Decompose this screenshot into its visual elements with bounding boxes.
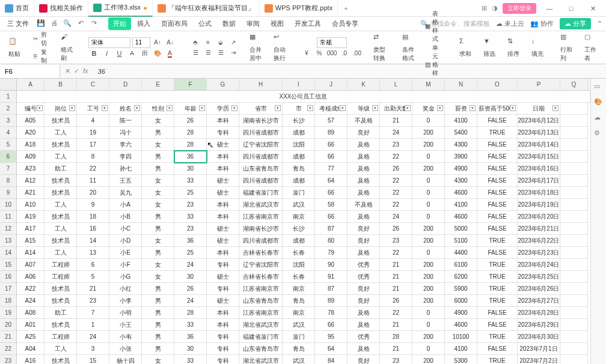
data-cell[interactable]: 女 — [142, 187, 174, 199]
filter-dropdown-icon[interactable]: ▾ — [167, 105, 173, 111]
data-cell[interactable]: 武汉 — [283, 319, 315, 331]
data-cell[interactable]: A23 — [17, 163, 44, 175]
title-cell[interactable]: XXX公司员工信息 — [17, 91, 590, 103]
data-cell[interactable]: 小B — [109, 211, 142, 223]
data-cell[interactable]: 南京 — [283, 211, 315, 223]
data-cell[interactable]: 长沙 — [283, 115, 315, 127]
data-cell[interactable]: 0 — [412, 175, 445, 187]
data-cell[interactable]: 200 — [412, 295, 445, 307]
data-cell[interactable]: A21 — [17, 187, 44, 199]
data-cell[interactable]: 男 — [142, 295, 174, 307]
data-cell[interactable]: 2023年6月25日 — [518, 271, 560, 283]
row-header[interactable]: 6 — [0, 151, 16, 163]
data-cell[interactable]: 30 — [174, 163, 207, 175]
data-cell[interactable]: 80 — [315, 235, 347, 247]
data-cell[interactable]: 成都 — [283, 127, 315, 139]
data-cell[interactable]: 男 — [142, 127, 174, 139]
fill-button[interactable]: ↓填充 — [528, 36, 547, 59]
data-cell[interactable]: 21 — [380, 319, 412, 331]
formula-input[interactable]: 36 — [93, 68, 606, 75]
data-cell[interactable]: 0 — [412, 211, 445, 223]
header-cell[interactable]: 薪资▾ — [445, 103, 477, 115]
data-cell[interactable]: 26 — [174, 283, 207, 295]
file-menu[interactable]: 三 文件 — [4, 19, 32, 28]
data-cell[interactable]: 不及格 — [347, 199, 380, 211]
data-cell[interactable]: 5 — [77, 271, 109, 283]
data-cell[interactable]: 20 — [77, 187, 109, 199]
data-cell[interactable]: 28 — [174, 127, 207, 139]
data-cell[interactable]: 山东省青岛市 — [239, 163, 283, 175]
row-header[interactable]: 7 — [0, 163, 16, 175]
data-cell[interactable]: 2023年6月20日 — [518, 211, 560, 223]
data-cell[interactable]: 工程师 — [44, 271, 77, 283]
data-cell[interactable]: 2023年6月21日 — [518, 223, 560, 235]
size-select[interactable] — [132, 37, 150, 48]
data-cell[interactable]: 李四 — [109, 151, 142, 163]
data-cell[interactable]: 6200 — [445, 271, 477, 283]
data-cell[interactable]: 2023年6月26日 — [518, 283, 560, 295]
data-cell[interactable]: 66 — [315, 187, 347, 199]
data-cell[interactable]: A07 — [17, 259, 44, 271]
decrease-font-icon[interactable]: A↓ — [165, 38, 176, 47]
collapse-ribbon-icon[interactable]: ⌃ — [597, 20, 602, 28]
paste-button[interactable]: 📋 粘贴 — [5, 36, 24, 59]
data-cell[interactable]: 23 — [77, 295, 109, 307]
data-cell[interactable]: FALSE — [477, 211, 518, 223]
data-cell[interactable]: 30 — [174, 271, 207, 283]
data-cell[interactable]: 33 — [174, 355, 207, 364]
data-cell[interactable]: 及格 — [347, 211, 380, 223]
row-header[interactable]: 15 — [0, 259, 16, 271]
column-header[interactable]: B — [44, 79, 77, 90]
filter-dropdown-icon[interactable]: ▾ — [199, 105, 205, 111]
data-cell[interactable]: 小明 — [109, 307, 142, 319]
filter-dropdown-icon[interactable]: ▾ — [510, 105, 516, 111]
column-header[interactable]: A — [17, 79, 44, 90]
data-cell[interactable]: 本科 — [207, 163, 239, 175]
data-cell[interactable]: A18 — [17, 139, 44, 151]
ribbon-tab[interactable]: 公式 — [194, 17, 216, 30]
filter-dropdown-icon[interactable]: ▾ — [437, 105, 443, 111]
data-cell[interactable]: 长沙 — [283, 223, 315, 235]
cancel-fx-icon[interactable]: ✕ — [65, 67, 70, 75]
data-cell[interactable]: 本科 — [207, 211, 239, 223]
data-cell[interactable]: 助工 — [44, 307, 77, 319]
header-cell[interactable]: 薪资高于5000▾ — [477, 103, 518, 115]
row-header[interactable]: 10 — [0, 199, 16, 211]
dec-inc-icon[interactable]: .0 — [339, 49, 350, 58]
data-cell[interactable]: 男 — [142, 223, 174, 235]
apps-icon[interactable]: ⊞ — [482, 4, 487, 12]
data-cell[interactable]: 8 — [77, 151, 109, 163]
align-mid-icon[interactable]: ≡ — [203, 38, 213, 47]
data-cell[interactable]: 硕士 — [207, 175, 239, 187]
data-cell[interactable]: 湖北省武汉市 — [239, 355, 283, 364]
fx-icon[interactable]: fx — [83, 67, 88, 75]
row-header[interactable]: 14 — [0, 247, 16, 259]
data-cell[interactable]: 200 — [412, 355, 445, 364]
data-cell[interactable]: 冯十 — [109, 127, 142, 139]
data-cell[interactable]: 南京 — [283, 283, 315, 295]
data-cell[interactable]: 21 — [380, 283, 412, 295]
data-cell[interactable]: 22 — [380, 199, 412, 211]
data-cell[interactable]: 36 — [174, 151, 207, 163]
login-button[interactable]: 立即登录 — [503, 3, 536, 14]
data-cell[interactable]: 22 — [77, 163, 109, 175]
data-cell[interactable]: 男 — [142, 331, 174, 343]
data-cell[interactable]: 200 — [412, 223, 445, 235]
header-cell[interactable]: 出勤天数▾ — [380, 103, 412, 115]
data-cell[interactable]: 95 — [315, 331, 347, 343]
data-cell[interactable]: 及格 — [347, 163, 380, 175]
data-cell[interactable]: 18 — [77, 211, 109, 223]
data-cell[interactable]: 14 — [77, 235, 109, 247]
data-cell[interactable]: 本科 — [207, 307, 239, 319]
data-cell[interactable]: 4900 — [445, 307, 477, 319]
data-cell[interactable]: 200 — [412, 271, 445, 283]
format-painter-button[interactable]: 🖌 格式刷 — [57, 32, 76, 64]
align-top-icon[interactable]: ⬘ — [190, 38, 201, 47]
select-all-corner[interactable] — [0, 79, 17, 91]
filter-dropdown-icon[interactable]: ▾ — [102, 105, 108, 111]
data-cell[interactable]: 男 — [142, 211, 174, 223]
percent-icon[interactable]: % — [314, 49, 325, 58]
data-cell[interactable]: 0 — [412, 151, 445, 163]
data-cell[interactable]: 2023年6月22日 — [518, 235, 560, 247]
minimize-button[interactable]: — — [541, 2, 558, 15]
